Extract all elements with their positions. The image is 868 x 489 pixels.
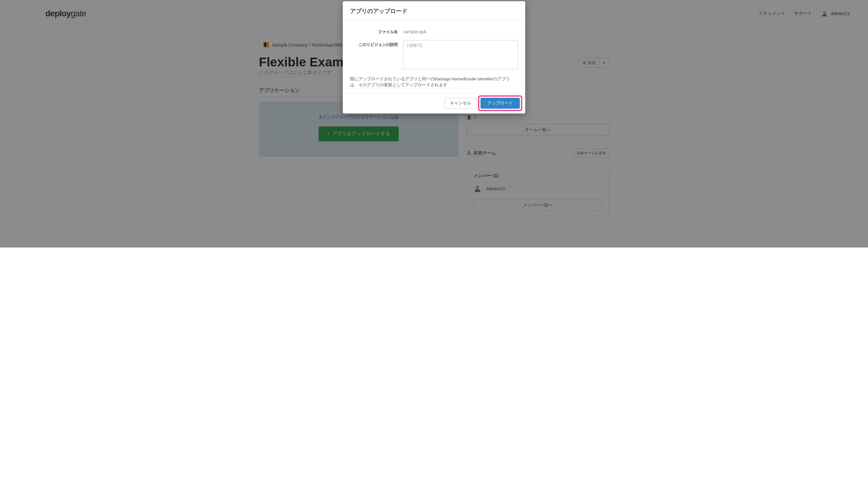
cancel-button[interactable]: キャンセル — [444, 98, 477, 109]
upload-modal: アプリのアップロード ファイル名 sample.apk このリビジョンの説明 既… — [343, 1, 525, 113]
file-name-value: sample.apk — [403, 28, 518, 34]
revision-desc-input[interactable] — [403, 40, 518, 69]
revision-desc-label: このリビジョンの説明 — [350, 40, 403, 47]
modal-title: アプリのアップロード — [350, 7, 518, 15]
upload-note-text: 既にアップロードされているアプリと同一のPackage Name/Bundle … — [350, 75, 518, 91]
file-name-label: ファイル名 — [350, 28, 403, 35]
upload-button[interactable]: アップロード — [480, 98, 520, 109]
